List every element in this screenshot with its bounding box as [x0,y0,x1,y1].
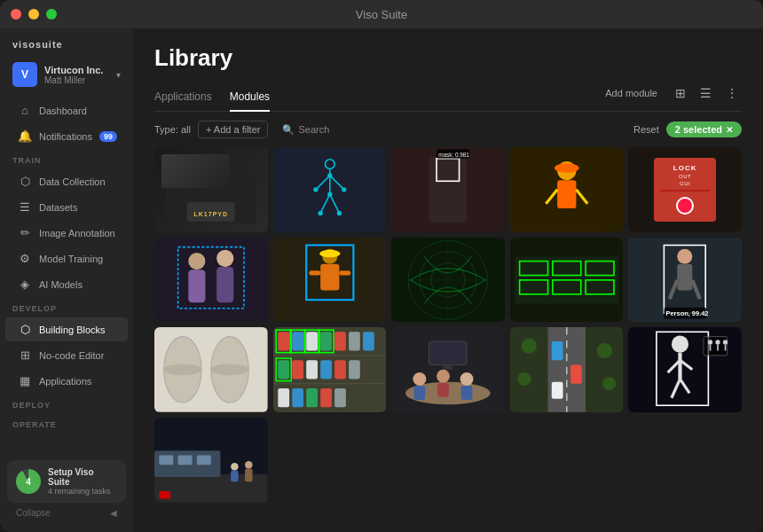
svg-point-27 [216,250,233,267]
account-info: Virtucon Inc. Matt Miller [44,65,109,85]
grid-item-1[interactable]: LK17PYD [154,147,268,232]
sidebar-item-label: Dashboard [39,106,87,116]
alarm-box: LOCK OUT GUI [654,158,716,222]
svg-point-123 [716,340,720,345]
setup-info: Setup Viso Suite 4 remaining tasks [48,467,117,496]
sidebar-item-building-blocks[interactable]: ⬡ Building Blocks [5,317,128,341]
svg-rect-100 [429,341,468,365]
training-icon: ⚙ [18,252,32,265]
svg-rect-134 [231,471,239,482]
account-switcher[interactable]: V Virtucon Inc. Matt Miller ▾ [0,57,133,98]
svg-rect-82 [278,389,289,408]
dashboard-icon: ⌂ [18,104,32,117]
svg-rect-130 [159,456,173,466]
operate-section-label: OPERATE [0,413,133,433]
minimize-button[interactable] [28,9,39,20]
grid-item-8[interactable] [391,238,505,323]
sidebar-item-dashboard[interactable]: ⌂ Dashboard [5,98,128,122]
svg-rect-26 [188,270,205,302]
bell-icon: 🔔 [18,129,32,143]
setup-subtitle: 4 remaining tasks [48,487,117,496]
svg-rect-137 [159,491,170,499]
grid-item-15[interactable] [628,327,742,412]
grid-item-9[interactable] [510,238,624,323]
sidebar-item-image-annotation[interactable]: ✏ Image Annotation [5,221,128,245]
sidebar-item-no-code-editor[interactable]: ⊞ No-code Editor [5,343,128,367]
annotation-icon: ✏ [18,226,32,239]
svg-rect-132 [197,456,211,466]
more-options-button[interactable]: ⋮ [722,84,742,102]
sidebar-item-notifications[interactable]: 🔔 Notifications 99 [5,124,128,148]
app-window: Viso Suite visosuite V Virtucon Inc. Mat… [0,0,763,532]
tabs-actions: Add module ⊞ ☰ ⋮ [598,84,742,109]
sidebar-item-data-collection[interactable]: ⬡ Data Collection [5,169,128,193]
grid-item-14[interactable] [510,327,624,412]
grid-item-12[interactable] [273,327,387,412]
svg-text:mask: 0.981: mask: 0.981 [438,152,469,158]
reset-button[interactable]: Reset [633,124,659,135]
apps-icon: ▦ [18,374,32,387]
svg-rect-75 [363,332,374,351]
sidebar-item-label: Applications [39,376,91,387]
tab-applications[interactable]: Applications [154,83,212,112]
company-name: Virtucon Inc. [44,65,109,75]
sidebar-item-label: Image Annotation [39,228,115,239]
sidebar-item-label: Datasets [39,202,77,213]
datasets-icon: ☰ [18,200,32,214]
close-button[interactable] [11,9,21,20]
svg-point-113 [672,336,688,353]
svg-rect-136 [245,469,253,482]
svg-rect-28 [216,267,233,302]
add-module-button[interactable]: Add module [598,84,665,102]
module-grid-container: LK17PYD [133,147,763,532]
svg-point-8 [342,187,346,192]
svg-point-20 [555,163,579,173]
tab-modules[interactable]: Modules [230,83,270,112]
type-filter-button[interactable]: Type: all [154,124,191,135]
sidebar-item-label: Building Blocks [39,325,106,335]
search-box[interactable]: 🔍 Search [275,121,336,138]
sidebar-item-label: Data Collection [39,176,106,187]
svg-point-63 [164,364,202,376]
grid-item-2[interactable] [273,147,387,232]
close-icon[interactable]: ✕ [726,125,733,135]
selected-count: 2 selected [675,124,722,135]
sidebar-item-model-training[interactable]: ⚙ Model Training [5,246,128,270]
maximize-button[interactable] [46,9,57,20]
svg-rect-120 [704,337,728,356]
grid-item-13[interactable] [391,327,505,412]
list-view-button[interactable]: ☰ [696,84,715,102]
sidebar-item-applications[interactable]: ▦ Applications [5,369,128,393]
main-content: Library Applications Modules Add module … [133,28,763,532]
svg-rect-84 [306,389,318,408]
grid-item-11[interactable] [154,327,268,412]
type-filter-label: Type: all [154,124,191,135]
grid-item-4[interactable] [510,147,624,232]
grid-item-6[interactable] [154,238,268,323]
grid-item-16[interactable] [154,418,268,503]
svg-point-135 [245,461,253,469]
grid-item-3[interactable]: mask: 0.981 [391,147,505,232]
grid-item-7[interactable] [273,238,387,323]
avatar: V [12,62,37,87]
sidebar-item-datasets[interactable]: ☰ Datasets [5,195,128,219]
svg-point-65 [211,364,249,376]
svg-rect-97 [437,383,449,397]
grid-item-10[interactable]: Person, 99.42 [628,238,742,323]
sidebar-item-ai-models[interactable]: ◈ AI Models [5,272,128,296]
grid-view-button[interactable]: ⊞ [672,84,689,102]
grid-item-5[interactable]: LOCK OUT GUI [628,147,742,232]
svg-point-12 [327,192,332,197]
svg-rect-72 [320,332,332,351]
svg-point-10 [336,211,341,215]
develop-section-label: DEVELOP [0,297,133,317]
user-name: Matt Miller [44,75,109,85]
setup-card[interactable]: 4 Setup Viso Suite 4 remaining tasks [7,460,126,503]
add-filter-button[interactable]: + Add a filter [198,121,268,138]
svg-rect-81 [349,361,360,379]
svg-rect-101 [444,365,453,370]
svg-rect-85 [320,389,332,408]
blocks-icon: ⬡ [18,323,32,336]
svg-rect-73 [334,332,346,351]
collapse-button[interactable]: Collapse ◀ [7,503,126,523]
